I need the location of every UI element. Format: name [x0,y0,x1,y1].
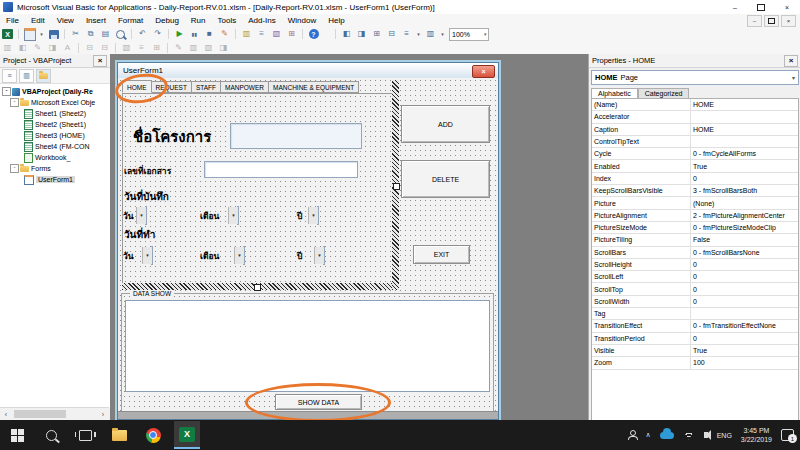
format-tool-10[interactable]: ⊞ [150,42,163,53]
scroll-left-arrow[interactable]: ‹ [0,411,12,418]
taskbar-clock[interactable]: 3:45 PM 3/22/2019 [741,426,772,444]
child-minimize-button[interactable]: – [747,15,762,27]
view-object-button[interactable]: ▥ [19,69,34,83]
toolbox-button[interactable]: ⊞ [285,29,298,40]
reset-button[interactable]: ■ [203,29,216,40]
send-to-back-button[interactable]: ◨ [355,29,368,40]
tab-manpower[interactable]: MANPOWER [221,81,269,93]
save-button[interactable] [47,29,60,40]
record-year-combobox[interactable]: ▼ [317,206,319,225]
dropdown-arrow-icon[interactable]: ▼ [142,247,152,264]
property-row[interactable]: ScrollLeft0 [592,271,798,283]
selection-handle[interactable] [393,183,400,190]
tab-alphabetic[interactable]: Alphabetic [591,88,638,98]
dropdown-arrow-icon[interactable]: ▼ [314,247,324,264]
insert-dropdown[interactable]: ▾ [38,29,45,40]
property-row[interactable]: Picture(None) [592,197,798,209]
group-button[interactable]: ⊞ [370,29,383,40]
menu-format[interactable]: Format [112,14,149,27]
menu-file[interactable]: File [0,14,25,27]
record-day-combobox[interactable]: ▼ [145,206,147,225]
userform-titlebar[interactable]: UserForm1 × [118,63,498,79]
doc-no-textbox[interactable] [204,161,358,178]
project-horizontal-scrollbar[interactable]: ‹ › [0,407,109,420]
redo-button[interactable]: ↷ [151,29,164,40]
run-button[interactable]: ▶ [173,29,186,40]
excel-taskbar-button[interactable]: X [174,421,200,449]
scrollbar-thumb[interactable] [14,410,66,418]
menu-tools[interactable]: Tools [212,14,243,27]
delete-button[interactable]: DELETE [401,160,490,198]
restore-button[interactable] [748,0,774,14]
add-button[interactable]: ADD [401,105,490,143]
format-tool-5[interactable]: A [61,42,74,53]
dropdown-arrow-icon[interactable]: ▼ [308,207,318,224]
menu-debug[interactable]: Debug [149,14,185,27]
menu-addins[interactable]: Add-Ins [242,14,282,27]
dropdown-arrow-icon[interactable]: ▼ [228,207,238,224]
exit-button[interactable]: EXIT [413,245,470,264]
property-row[interactable]: Tag [592,308,798,320]
menu-help[interactable]: Help [322,14,350,27]
undo-button[interactable]: ↶ [136,29,149,40]
format-tool-9[interactable]: ≡ [135,42,148,53]
tree-item-project[interactable]: - VBAProject (Daily-Re [0,86,110,97]
zoom-combobox[interactable]: 100% ▾ [449,28,489,41]
userform-designer-window[interactable]: UserForm1 × HOME REQUEST STAFF MANPOWER … [117,62,499,420]
menu-insert[interactable]: Insert [80,14,112,27]
tree-item-sheet2[interactable]: Sheet2 (Sheet1) [0,119,110,130]
format-tool-12[interactable]: ▥ [187,42,200,53]
property-row[interactable]: Index0 [592,173,798,185]
center-button[interactable]: ▥ [424,29,437,40]
property-row[interactable]: PictureSizeMode0 - fmPictureSizeModeClip [592,222,798,234]
userform-bottom-edge[interactable] [118,411,498,419]
tree-item-sheet3[interactable]: Sheet3 (HOME) [0,130,110,141]
userform-close-button[interactable]: × [472,65,495,78]
format-tool-8[interactable]: ▧ [120,42,133,53]
format-tool-14[interactable]: ◨ [217,42,230,53]
property-row[interactable]: Accelerator [592,111,798,123]
paste-button[interactable]: ▤ [99,29,112,40]
align-dropdown[interactable]: ▾ [415,29,422,40]
work-year-combobox[interactable]: ▼ [323,246,325,265]
property-row[interactable]: ScrollWidth0 [592,296,798,308]
menu-run[interactable]: Run [185,14,212,27]
property-row[interactable]: ControlTipText [592,136,798,148]
menu-edit[interactable]: Edit [25,14,51,27]
property-row[interactable]: PictureAlignment2 - fmPictureAlignmentCe… [592,210,798,222]
design-mode-button[interactable]: ✎ [218,29,231,40]
work-month-combobox[interactable]: ▼ [243,246,245,265]
break-button[interactable]: ▮▮ [188,29,201,40]
close-button[interactable]: × [774,0,800,14]
property-row[interactable]: TransitionPeriod0 [592,333,798,345]
chrome-button[interactable] [140,422,166,448]
view-code-button[interactable]: ≡ [2,69,17,83]
format-tool-2[interactable]: ◧ [16,42,29,53]
tree-item-sheet1[interactable]: Sheet1 (Sheet2) [0,108,110,119]
record-month-combobox[interactable]: ▼ [237,206,239,225]
collapse-box[interactable]: - [10,98,19,107]
property-row[interactable]: PictureTilingFalse [592,234,798,246]
minimize-button[interactable]: – [722,0,748,14]
child-close-button[interactable]: × [781,15,796,27]
format-tool-11[interactable]: ✎ [172,42,185,53]
tab-home[interactable]: HOME [122,80,152,93]
bring-to-front-button[interactable]: ◧ [340,29,353,40]
work-day-combobox[interactable]: ▼ [151,246,153,265]
tree-item-excel-objects[interactable]: - Microsoft Excel Obje [0,97,110,108]
property-row[interactable]: Cycle0 - fmCycleAllForms [592,148,798,160]
tree-item-sheet4[interactable]: Sheet4 (FM-CON [0,141,110,152]
property-row[interactable]: EnabledTrue [592,160,798,172]
cut-button[interactable]: ✂ [69,29,82,40]
show-data-button[interactable]: SHOW DATA [275,394,362,410]
menu-view[interactable]: View [51,14,80,27]
format-tool-13[interactable]: ▧ [202,42,215,53]
property-row[interactable]: TransitionEffect0 - fmTransitionEffectNo… [592,320,798,332]
format-tool-1[interactable]: ▥ [1,42,14,53]
format-tool-3[interactable]: ✎ [31,42,44,53]
volume-icon[interactable] [704,432,708,438]
properties-close-button[interactable]: × [784,55,798,67]
scroll-right-arrow[interactable]: › [97,411,109,418]
format-tool-7[interactable]: ⊟ [98,42,111,53]
format-tool-4[interactable]: ◨ [46,42,59,53]
